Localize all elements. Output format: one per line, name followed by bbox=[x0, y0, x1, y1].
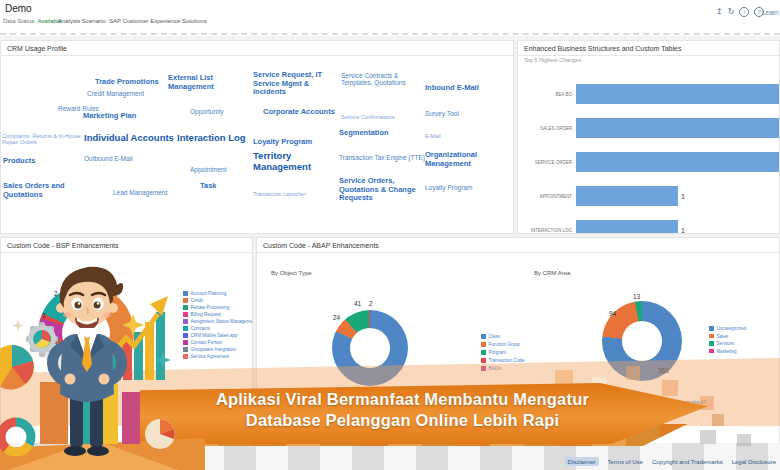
legend-swatch bbox=[481, 334, 486, 339]
data-status-label: Data Status: bbox=[3, 18, 36, 24]
donut-hole bbox=[622, 321, 662, 361]
usage-tag[interactable]: Outbound E-Mail bbox=[84, 155, 133, 162]
usage-tag[interactable]: Trade Promotions bbox=[95, 78, 159, 87]
panel-crm-usage-profile: CRM Usage Profile Credit ManagementTrade… bbox=[0, 40, 514, 234]
legend-label: Program bbox=[489, 350, 507, 355]
legend-item: Sales bbox=[709, 334, 728, 339]
footer-link[interactable]: Legal Disclosure bbox=[732, 459, 776, 465]
usage-tag[interactable]: External List Management bbox=[168, 74, 232, 91]
by-object-type-label: By Object Type bbox=[271, 270, 312, 276]
legend-label: Sales bbox=[717, 334, 729, 339]
legend-item: Program bbox=[481, 350, 506, 355]
usage-tag[interactable]: Interaction Log bbox=[177, 133, 246, 144]
legend-label: Uncategorized bbox=[717, 326, 747, 331]
usage-tag[interactable]: Credit Management bbox=[87, 90, 144, 97]
slice-value-label: 2 bbox=[369, 300, 373, 307]
legend-label: Class bbox=[489, 334, 501, 339]
refresh-icon[interactable]: ↻ bbox=[728, 8, 735, 16]
bar-value: 1 bbox=[678, 227, 685, 234]
usage-tag[interactable]: Organizational Management bbox=[425, 151, 499, 168]
legend-swatch bbox=[481, 350, 486, 355]
usage-tag[interactable]: Transaction Tax Engine (TTE) bbox=[339, 154, 429, 161]
slice-value-label: 41 bbox=[354, 300, 361, 307]
usage-tag[interactable]: Marketing Plan bbox=[83, 112, 136, 121]
legend-item: Class bbox=[481, 334, 500, 339]
bar-row[interactable]: SERVICE ORDER2 bbox=[518, 151, 780, 173]
usage-tag[interactable]: Segmentation bbox=[339, 129, 389, 138]
bar[interactable] bbox=[576, 118, 780, 138]
legend-item: Services bbox=[709, 341, 734, 346]
usage-tag[interactable]: Corporate Accounts bbox=[263, 108, 335, 117]
panel-title: Enhanced Business Structures and Custom … bbox=[518, 41, 779, 56]
footer-link[interactable]: Disclaimer bbox=[565, 457, 599, 466]
bar-category-label: SERVICE ORDER bbox=[518, 160, 576, 165]
usage-tag[interactable]: Lead Management bbox=[113, 189, 167, 196]
usage-tag[interactable]: Products bbox=[3, 157, 36, 166]
usage-tag[interactable]: Service Contracts & Templates, Quotation… bbox=[341, 72, 421, 87]
usage-tag[interactable]: Loyalty Program bbox=[253, 138, 312, 147]
bar-category-label: SALES ORDER bbox=[518, 126, 576, 131]
ebs-bar-chart[interactable]: BEA BO2SALES ORDER2SERVICE ORDER2APPOINT… bbox=[518, 81, 780, 234]
bar[interactable] bbox=[576, 186, 678, 206]
usage-tag[interactable]: Sales Orders and Quotations bbox=[3, 182, 83, 199]
mosaic-pixel bbox=[700, 430, 716, 444]
mosaic-pixel bbox=[737, 434, 751, 446]
bar[interactable] bbox=[576, 152, 780, 172]
footer-link[interactable]: Copyright and Trademarks bbox=[652, 459, 723, 465]
usage-tag[interactable]: E-Mail bbox=[425, 133, 441, 139]
legend-swatch bbox=[709, 341, 714, 346]
bar-category-label: BEA BO bbox=[518, 92, 576, 97]
legend-label: Function Group bbox=[489, 342, 521, 347]
slice-value-label: 13 bbox=[633, 293, 640, 300]
info-icon[interactable]: i bbox=[739, 7, 749, 17]
page-title: Demo bbox=[5, 3, 32, 14]
bar-row[interactable]: BEA BO2 bbox=[518, 83, 780, 105]
dashed-divider bbox=[0, 33, 780, 35]
usage-tag[interactable]: Appointment bbox=[190, 166, 227, 173]
usage-tag[interactable]: Survey Tool bbox=[425, 110, 459, 117]
legend-swatch bbox=[481, 358, 486, 363]
banner-line-1: Aplikasi Viral Bermanfaat Membantu Menga… bbox=[150, 389, 655, 410]
usage-tag[interactable]: Complaints, Returns & In-House Repair Or… bbox=[2, 133, 86, 146]
usage-tag[interactable]: Service Confirmations bbox=[341, 114, 395, 120]
legend-item: Function Group bbox=[481, 342, 520, 347]
usage-tag[interactable]: Service Request, IT Service Mgmt & Incid… bbox=[253, 71, 343, 97]
usage-tag[interactable]: Service Orders, Quotations & Change Requ… bbox=[339, 177, 429, 203]
legend-swatch bbox=[709, 326, 714, 331]
legend-label: Services bbox=[717, 341, 735, 346]
usage-tag[interactable]: Inbound E-Mail bbox=[425, 84, 479, 93]
usage-tag[interactable]: Transaction Launcher bbox=[253, 191, 306, 197]
usage-tag[interactable]: Opportunity bbox=[190, 108, 224, 115]
slice-value-label: 24 bbox=[333, 314, 340, 321]
panel-title: Custom Code - ABAP Enhancements bbox=[257, 238, 779, 253]
bar[interactable] bbox=[576, 220, 678, 234]
legend-label: Transaction Code bbox=[489, 358, 525, 363]
panel-enhanced-structures: Enhanced Business Structures and Custom … bbox=[517, 40, 780, 234]
panel-subtitle: Top 5 Highest Changes bbox=[518, 56, 779, 66]
legend-item: Marketing bbox=[709, 349, 737, 354]
legend-item: Transaction Code bbox=[481, 358, 525, 363]
banner-line-2: Database Pelanggan Online Lebih Rapi bbox=[150, 410, 655, 431]
panel-title: Custom Code - BSP Enhancements bbox=[1, 238, 252, 253]
share-icon[interactable]: ↥ bbox=[716, 8, 723, 16]
bar-row[interactable]: APPOINTMENT1 bbox=[518, 185, 780, 207]
analysis-scenario: Analysis Scenario: SAP Customer Experien… bbox=[58, 18, 207, 24]
learn-link[interactable]: Learn bbox=[762, 9, 779, 16]
dashboard-root: Demo ↥ ↻ i ? Learn Data Status: Availabl… bbox=[0, 0, 780, 470]
usage-tag[interactable]: Loyalty Program bbox=[425, 184, 472, 191]
footer-links: DisclaimerTerms of UseCopyright and Trad… bbox=[565, 457, 776, 466]
usage-tag[interactable]: Territory Management bbox=[253, 151, 327, 173]
decor-pie-left bbox=[0, 345, 34, 390]
legend-swatch bbox=[709, 334, 714, 339]
bar[interactable] bbox=[576, 84, 780, 104]
bar-row[interactable]: INTERACTION LOG1 bbox=[518, 219, 780, 234]
usage-tag[interactable]: Task bbox=[200, 182, 217, 191]
footer-link[interactable]: Terms of Use bbox=[608, 459, 643, 465]
decor-donut-left bbox=[1, 422, 31, 452]
bar-row[interactable]: SALES ORDER2 bbox=[518, 117, 780, 139]
mosaic-pixel bbox=[662, 380, 678, 396]
legend-swatch bbox=[709, 349, 714, 354]
data-status: Data Status: Available bbox=[3, 18, 62, 24]
usage-tag[interactable]: Individual Accounts bbox=[84, 133, 174, 144]
legend-label: Marketing bbox=[717, 349, 737, 354]
